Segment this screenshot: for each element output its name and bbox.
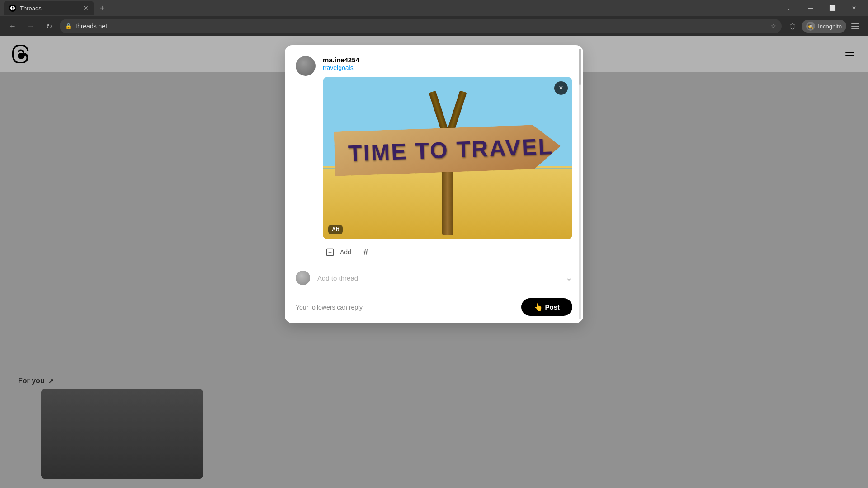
- followers-reply-text: Your followers can reply: [296, 304, 363, 311]
- tab-list-button[interactable]: ⌄: [778, 1, 799, 15]
- bookmark-icon[interactable]: ☆: [770, 23, 776, 30]
- add-label: Add: [340, 249, 351, 256]
- composer-actions: Add #: [323, 239, 572, 265]
- browser-toolbar: ← → ↻ 🔒 threads.net ☆ ⬡ 🕵 Incognito: [0, 16, 868, 36]
- post-button[interactable]: 👆 Post: [521, 298, 572, 316]
- post-button-label: Post: [545, 303, 560, 311]
- hashtag-icon: #: [363, 248, 368, 257]
- address-bar[interactable]: 🔒 threads.net ☆: [60, 19, 782, 33]
- add-thread-chevron-icon: ⌄: [566, 273, 572, 283]
- thread-composer: ma.ine4254 travelgoals: [296, 56, 572, 265]
- back-button[interactable]: ←: [5, 19, 20, 33]
- incognito-label: Incognito: [818, 23, 842, 30]
- modal-body: ma.ine4254 travelgoals: [285, 45, 583, 265]
- sign-arrow: TIME TO TRAVEL: [334, 124, 561, 176]
- minimize-button[interactable]: —: [800, 1, 821, 15]
- menu-line-2: [851, 26, 859, 27]
- tab-favicon: [9, 5, 16, 12]
- alt-badge[interactable]: Alt: [328, 225, 343, 234]
- browser-menu-button[interactable]: [848, 19, 863, 33]
- forward-button[interactable]: →: [24, 19, 38, 33]
- hashtag-action[interactable]: #: [359, 245, 373, 259]
- browser-chrome: Threads ✕ + ⌄ — ⬜ ✕ ← → ↻ 🔒 threads.net …: [0, 0, 868, 36]
- lock-icon: 🔒: [65, 23, 72, 29]
- cursor-in-button: 👆: [534, 303, 543, 311]
- new-tab-button[interactable]: +: [96, 2, 108, 14]
- composer-content: ma.ine4254 travelgoals: [323, 56, 572, 265]
- menu-line-3: [851, 28, 859, 29]
- composer-avatar: [296, 56, 316, 76]
- refresh-button[interactable]: ↻: [42, 19, 56, 33]
- incognito-icon: 🕵: [806, 22, 815, 31]
- modal-scrollbar-thumb: [579, 49, 581, 85]
- modal-backdrop: ma.ine4254 travelgoals: [0, 36, 868, 488]
- sign-text: TIME TO TRAVEL: [348, 134, 554, 166]
- modal-scrollbar[interactable]: [579, 49, 581, 319]
- add-to-thread-text: Add to thread: [317, 274, 358, 282]
- modal-footer: Your followers can reply 👆 Post: [285, 291, 583, 323]
- menu-line-1: [851, 23, 859, 24]
- add-thread-avatar: [296, 271, 310, 285]
- avatar-image: [296, 56, 316, 76]
- address-text: threads.net: [75, 23, 767, 30]
- composer-tag[interactable]: travelgoals: [323, 64, 572, 71]
- window-controls: ⌄ — ⬜ ✕: [778, 1, 864, 15]
- toolbar-icons: ⬡ 🕵 Incognito: [785, 19, 863, 33]
- incognito-badge[interactable]: 🕵 Incognito: [802, 20, 846, 33]
- composer-username: ma.ine4254: [323, 56, 359, 64]
- image-close-button[interactable]: ×: [554, 81, 568, 95]
- tab-bar: Threads ✕ + ⌄ — ⬜ ✕: [0, 0, 868, 16]
- new-thread-modal: ma.ine4254 travelgoals: [285, 45, 583, 323]
- add-icon[interactable]: [323, 245, 337, 259]
- add-action[interactable]: Add: [323, 245, 351, 259]
- composer-image-container: TIME TO TRAVEL Alt ×: [323, 77, 572, 239]
- browser-tab-threads[interactable]: Threads ✕: [4, 1, 94, 15]
- page: New thread For you: [0, 36, 868, 488]
- add-to-thread-row[interactable]: Add to thread ⌄: [285, 265, 583, 291]
- tab-title: Threads: [20, 5, 42, 12]
- cast-icon[interactable]: ⬡: [785, 19, 800, 33]
- travel-image: TIME TO TRAVEL: [323, 77, 572, 239]
- tab-close-button[interactable]: ✕: [83, 5, 89, 12]
- close-button[interactable]: ✕: [844, 1, 864, 15]
- maximize-button[interactable]: ⬜: [822, 1, 843, 15]
